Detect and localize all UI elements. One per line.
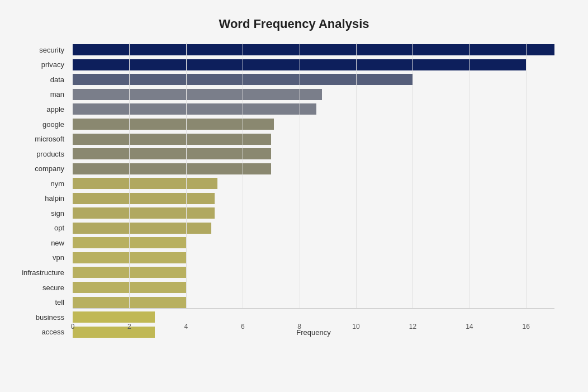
bar-track <box>73 311 554 323</box>
grid-line <box>300 42 300 309</box>
x-tick: 2 <box>127 323 131 330</box>
bar-row: privacy <box>73 58 554 73</box>
chart-title: Word Frequency Analysis <box>34 17 554 31</box>
bar-row: new <box>73 235 554 251</box>
bar-row: tell <box>73 295 554 310</box>
bar-label: access <box>3 328 70 336</box>
bar-track <box>73 74 554 85</box>
bar-track <box>73 134 554 145</box>
bar-label: privacy <box>3 60 70 69</box>
chart-container: Word Frequency Analysis securityprivacyd… <box>0 0 588 392</box>
x-tick: 14 <box>466 323 473 330</box>
bar-label: products <box>3 150 70 158</box>
bar-label: company <box>3 164 70 173</box>
bar-track <box>73 223 554 234</box>
bar-fill <box>73 193 215 204</box>
bar-row: apple <box>73 102 554 117</box>
bar-label: sign <box>3 209 70 218</box>
bar-fill <box>73 327 155 338</box>
x-tick: 12 <box>409 323 416 330</box>
x-axis-label: Frequency <box>296 328 330 337</box>
x-tick: 6 <box>241 323 245 330</box>
bar-track <box>73 267 554 278</box>
bar-track <box>73 44 554 55</box>
bar-fill <box>73 103 316 115</box>
bar-fill <box>73 119 274 130</box>
bar-label: vpn <box>3 253 70 262</box>
bar-label: opt <box>3 224 70 232</box>
bar-fill <box>73 178 217 189</box>
bar-label: security <box>3 46 70 54</box>
bar-track <box>73 193 554 204</box>
bar-row: infrastructure <box>73 265 554 280</box>
grid-line <box>356 42 357 309</box>
bar-row: microsoft <box>73 131 554 147</box>
bar-fill <box>73 148 271 159</box>
bar-label: man <box>3 90 70 98</box>
chart-area: securityprivacydatamanapplegooglemicroso… <box>73 42 554 339</box>
bar-row: man <box>73 87 554 102</box>
bar-row: security <box>73 42 554 58</box>
bar-row: business <box>73 310 554 325</box>
bar-track <box>73 237 554 248</box>
bar-label: business <box>3 313 70 322</box>
bar-fill <box>73 134 271 145</box>
grid-line <box>186 42 187 309</box>
bar-label: microsoft <box>3 135 70 143</box>
bar-label: halpin <box>3 194 70 202</box>
bar-track <box>73 163 554 174</box>
bar-track <box>73 178 554 189</box>
bar-label: secure <box>3 284 70 292</box>
grid-line <box>526 42 527 309</box>
bar-fill <box>73 163 271 174</box>
grid-line <box>129 42 130 309</box>
bar-row: company <box>73 161 554 176</box>
grid-line <box>470 42 470 309</box>
grid-line <box>412 42 413 309</box>
bar-track <box>73 207 554 219</box>
bar-label: nym <box>3 180 70 188</box>
bar-row: secure <box>73 280 554 295</box>
bar-track <box>73 297 554 308</box>
bar-row: products <box>73 147 554 162</box>
bar-row: nym <box>73 176 554 191</box>
bar-label: infrastructure <box>3 268 70 277</box>
bar-row: vpn <box>73 251 554 266</box>
x-tick: 4 <box>184 323 188 330</box>
bar-fill <box>73 44 554 55</box>
bar-track <box>73 89 554 100</box>
bar-row: sign <box>73 206 554 221</box>
bar-row: opt <box>73 221 554 236</box>
bar-track <box>73 148 554 159</box>
bar-label: tell <box>3 298 70 306</box>
bar-track <box>73 252 554 263</box>
x-axis-line <box>73 308 554 309</box>
bar-track <box>73 59 554 70</box>
bar-fill <box>73 223 211 234</box>
x-tick: 0 <box>71 323 75 330</box>
bar-label: new <box>3 239 70 247</box>
bar-fill <box>73 207 215 219</box>
bar-track <box>73 282 554 293</box>
bar-label: data <box>3 75 70 84</box>
bar-track <box>73 119 554 130</box>
bar-fill <box>73 311 155 323</box>
bar-fill <box>73 89 322 100</box>
bar-label: google <box>3 120 70 129</box>
bar-track <box>73 103 554 115</box>
bar-row: google <box>73 117 554 132</box>
x-tick: 16 <box>523 323 530 330</box>
bar-row: data <box>73 72 554 87</box>
grid-line <box>243 42 243 309</box>
x-tick: 10 <box>352 323 359 330</box>
bars-section: securityprivacydatamanapplegooglemicroso… <box>73 42 554 339</box>
bar-row: halpin <box>73 191 554 206</box>
bar-label: apple <box>3 105 70 114</box>
